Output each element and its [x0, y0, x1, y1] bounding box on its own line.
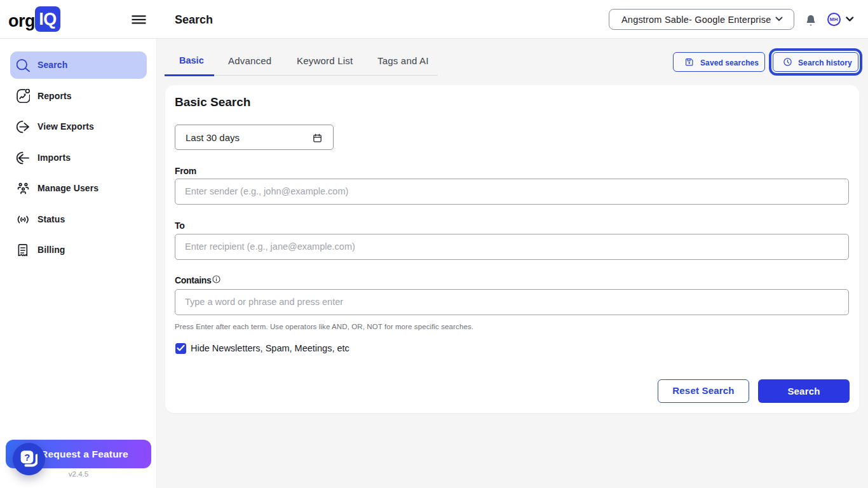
svg-text:?: ? [24, 452, 30, 463]
